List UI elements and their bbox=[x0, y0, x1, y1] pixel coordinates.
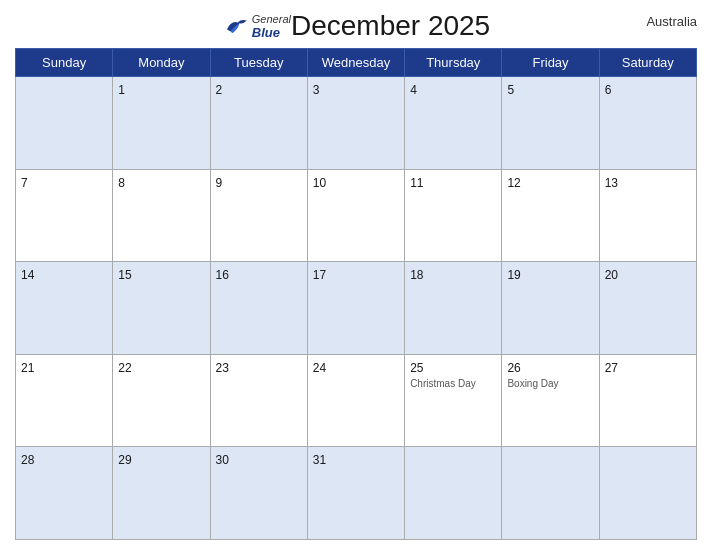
calendar-day: 6 bbox=[599, 77, 696, 170]
calendar-day: 22 bbox=[113, 354, 210, 447]
title-section: December 2025 bbox=[291, 10, 490, 42]
day-number: 7 bbox=[21, 176, 28, 190]
holiday-label: Boxing Day bbox=[507, 378, 593, 389]
day-number: 29 bbox=[118, 453, 131, 467]
calendar-day: 26Boxing Day bbox=[502, 354, 599, 447]
calendar-day: 29 bbox=[113, 447, 210, 540]
calendar-day: 16 bbox=[210, 262, 307, 355]
header-saturday: Saturday bbox=[599, 49, 696, 77]
calendar-day: 3 bbox=[307, 77, 404, 170]
calendar-day bbox=[599, 447, 696, 540]
calendar-day: 1 bbox=[113, 77, 210, 170]
day-number: 27 bbox=[605, 361, 618, 375]
calendar-day bbox=[502, 447, 599, 540]
day-number: 10 bbox=[313, 176, 326, 190]
day-number: 21 bbox=[21, 361, 34, 375]
calendar-day: 14 bbox=[16, 262, 113, 355]
day-number: 23 bbox=[216, 361, 229, 375]
day-number: 9 bbox=[216, 176, 223, 190]
calendar-day: 12 bbox=[502, 169, 599, 262]
day-number: 14 bbox=[21, 268, 34, 282]
day-number: 17 bbox=[313, 268, 326, 282]
calendar-week-row: 14151617181920 bbox=[16, 262, 697, 355]
calendar-wrapper: General Blue December 2025 Australia Sun… bbox=[0, 0, 712, 550]
day-number: 1 bbox=[118, 83, 125, 97]
calendar-day: 21 bbox=[16, 354, 113, 447]
calendar-day: 19 bbox=[502, 262, 599, 355]
calendar-day: 11 bbox=[405, 169, 502, 262]
header-tuesday: Tuesday bbox=[210, 49, 307, 77]
calendar-day: 5 bbox=[502, 77, 599, 170]
calendar-day: 2 bbox=[210, 77, 307, 170]
day-number: 12 bbox=[507, 176, 520, 190]
calendar-body: 1234567891011121314151617181920212223242… bbox=[16, 77, 697, 540]
calendar-week-row: 28293031 bbox=[16, 447, 697, 540]
header-monday: Monday bbox=[113, 49, 210, 77]
calendar-day: 28 bbox=[16, 447, 113, 540]
calendar-day: 23 bbox=[210, 354, 307, 447]
calendar-day: 8 bbox=[113, 169, 210, 262]
day-number: 31 bbox=[313, 453, 326, 467]
day-number: 15 bbox=[118, 268, 131, 282]
header-sunday: Sunday bbox=[16, 49, 113, 77]
calendar-day: 25Christmas Day bbox=[405, 354, 502, 447]
calendar-day: 20 bbox=[599, 262, 696, 355]
header-friday: Friday bbox=[502, 49, 599, 77]
day-number: 2 bbox=[216, 83, 223, 97]
day-number: 24 bbox=[313, 361, 326, 375]
header-thursday: Thursday bbox=[405, 49, 502, 77]
month-year-title: December 2025 bbox=[291, 10, 490, 42]
calendar-week-row: 123456 bbox=[16, 77, 697, 170]
calendar-day: 17 bbox=[307, 262, 404, 355]
calendar-table: Sunday Monday Tuesday Wednesday Thursday… bbox=[15, 48, 697, 540]
calendar-day: 27 bbox=[599, 354, 696, 447]
day-number: 8 bbox=[118, 176, 125, 190]
weekday-header-row: Sunday Monday Tuesday Wednesday Thursday… bbox=[16, 49, 697, 77]
calendar-day: 10 bbox=[307, 169, 404, 262]
calendar-week-row: 78910111213 bbox=[16, 169, 697, 262]
header-wednesday: Wednesday bbox=[307, 49, 404, 77]
day-number: 30 bbox=[216, 453, 229, 467]
calendar-day: 9 bbox=[210, 169, 307, 262]
calendar-day: 30 bbox=[210, 447, 307, 540]
logo: General Blue bbox=[222, 13, 291, 40]
calendar-header: General Blue December 2025 Australia bbox=[15, 10, 697, 42]
calendar-day: 4 bbox=[405, 77, 502, 170]
day-number: 28 bbox=[21, 453, 34, 467]
day-number: 22 bbox=[118, 361, 131, 375]
country-label: Australia bbox=[646, 14, 697, 29]
logo-blue-text: Blue bbox=[252, 25, 291, 40]
day-number: 25 bbox=[410, 361, 423, 375]
day-number: 5 bbox=[507, 83, 514, 97]
calendar-day: 24 bbox=[307, 354, 404, 447]
calendar-day: 31 bbox=[307, 447, 404, 540]
logo-text: General Blue bbox=[252, 13, 291, 40]
calendar-week-row: 2122232425Christmas Day26Boxing Day27 bbox=[16, 354, 697, 447]
day-number: 16 bbox=[216, 268, 229, 282]
calendar-day: 15 bbox=[113, 262, 210, 355]
day-number: 11 bbox=[410, 176, 423, 190]
calendar-day: 18 bbox=[405, 262, 502, 355]
calendar-day: 7 bbox=[16, 169, 113, 262]
calendar-day bbox=[16, 77, 113, 170]
day-number: 13 bbox=[605, 176, 618, 190]
day-number: 19 bbox=[507, 268, 520, 282]
calendar-day bbox=[405, 447, 502, 540]
logo-bird-icon bbox=[222, 17, 250, 35]
day-number: 3 bbox=[313, 83, 320, 97]
day-number: 6 bbox=[605, 83, 612, 97]
day-number: 4 bbox=[410, 83, 417, 97]
day-number: 18 bbox=[410, 268, 423, 282]
day-number: 26 bbox=[507, 361, 520, 375]
calendar-day: 13 bbox=[599, 169, 696, 262]
holiday-label: Christmas Day bbox=[410, 378, 496, 389]
day-number: 20 bbox=[605, 268, 618, 282]
logo-general-text: General bbox=[252, 13, 291, 25]
